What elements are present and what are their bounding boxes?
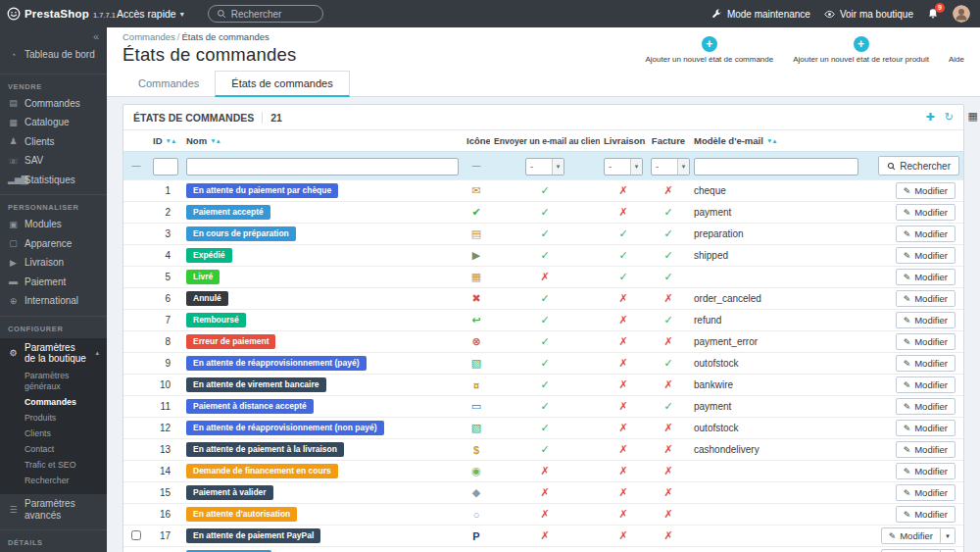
topbar: PrestaShop 1.7.7.1 Accès rapide ▾ Mode m… xyxy=(0,0,980,27)
edit-button[interactable]: ✎Modifier xyxy=(896,333,956,350)
status-badge: En attente de paiement PayPal xyxy=(186,528,320,542)
email-template: outofstock xyxy=(690,353,862,375)
edit-button[interactable]: ✎Modifier xyxy=(896,463,956,479)
sidebar-collapse-button[interactable]: « xyxy=(0,27,107,44)
restock-icon: ▧ xyxy=(471,357,481,369)
cash-icon: $ xyxy=(473,444,479,456)
sidebar-item-parametres-de-la-boutique[interactable]: ⚙Paramètres de la boutique▴ xyxy=(0,338,107,369)
status-id: 15 xyxy=(149,482,182,504)
edit-button[interactable]: ✎Modifier xyxy=(896,312,956,328)
edit-button[interactable]: ✎Modifier xyxy=(896,420,956,436)
filter-name-input[interactable] xyxy=(186,158,459,176)
edit-button[interactable]: ✎Modifier xyxy=(896,506,956,523)
edit-button[interactable]: ✎Modifier xyxy=(896,441,956,458)
avatar[interactable] xyxy=(953,5,970,23)
edit-button[interactable]: ✎Modifier xyxy=(896,290,956,307)
search-input[interactable] xyxy=(231,9,310,20)
edit-button[interactable]: ✎Modifier xyxy=(896,247,956,264)
sidebar-item-apparence[interactable]: ▢Apparence xyxy=(0,234,107,254)
quick-access-menu[interactable]: Accès rapide ▾ xyxy=(117,8,184,20)
email-mark: ✓ xyxy=(540,292,549,304)
column-header-id[interactable]: ID▼▲ xyxy=(149,130,182,152)
table-row: 15Paiement à valider◆✗✗✗✎Modifier xyxy=(123,482,963,504)
toolbar-aide[interactable]: Aide xyxy=(949,36,964,64)
sidebar-item-parametres-avances[interactable]: ☰Paramètres avancés xyxy=(0,494,107,525)
edit-button-label: Modifier xyxy=(914,336,948,347)
edit-dropdown-toggle[interactable]: ▾ xyxy=(941,527,956,544)
sidebar-item-modules[interactable]: ▣Modules xyxy=(0,215,107,234)
cart-icon: ▤ xyxy=(8,98,19,108)
filter-email-select[interactable]: -▾ xyxy=(525,158,564,176)
grid-icon[interactable]: ▦ xyxy=(968,110,978,123)
tab-etats-de-commandes[interactable]: États de commandes xyxy=(215,71,349,97)
email-template xyxy=(690,461,862,482)
tab-commandes[interactable]: Commandes xyxy=(122,71,215,96)
delivery-mark: ✗ xyxy=(618,314,627,326)
column-label: Modèle d'e-mail xyxy=(694,135,763,146)
sidebar-item-tableau-de-bord[interactable]: ◔Tableau de bord xyxy=(0,44,107,69)
sidebar-item-livraison[interactable]: ▶Livraison xyxy=(0,253,107,273)
status-id: 10 xyxy=(149,375,182,396)
sidebar-item-label: Paramètres de la boutique xyxy=(24,342,87,365)
topbar-search[interactable] xyxy=(208,5,323,23)
prestashop-logo[interactable]: PrestaShop 1.7.7.1 xyxy=(0,7,107,21)
table-row: 8Erreur de paiement⊗✓✗✗payment_error✎Mod… xyxy=(123,331,963,353)
sidebar-item-catalogue[interactable]: ▦Catalogue xyxy=(0,113,107,132)
sort-icon[interactable]: ▼▲ xyxy=(210,137,220,144)
filter-template-input[interactable] xyxy=(694,158,858,176)
sort-icon[interactable]: ▼▲ xyxy=(166,137,176,144)
sidebar-subitem-parametres-generaux[interactable]: Paramètres généraux xyxy=(0,369,107,395)
edit-button[interactable]: ✎Modifier xyxy=(896,204,956,221)
maintenance-mode-button[interactable]: Mode maintenance xyxy=(711,9,810,20)
add-icon[interactable]: ✚ xyxy=(926,111,935,124)
edit-button[interactable]: ✎Modifier xyxy=(896,226,956,242)
status-badge: En cours de préparation xyxy=(186,226,296,240)
cheque-icon: ✉ xyxy=(471,184,480,196)
column-header-modele[interactable]: Modèle d'e-mail▼▲ xyxy=(690,130,862,152)
error-icon: ⊗ xyxy=(471,335,480,347)
edit-button-label: Modifier xyxy=(900,530,933,541)
edit-button[interactable]: ✎Modifier xyxy=(896,355,956,372)
edit-button[interactable]: ✎Modifier xyxy=(896,376,956,393)
sidebar-subitem-rechercher[interactable]: Rechercher xyxy=(0,473,107,488)
view-shop-label: Voir ma boutique xyxy=(840,9,913,20)
edit-button[interactable]: ✎Modifier xyxy=(896,484,956,501)
select-value: - xyxy=(605,162,630,172)
sidebar-subitem-trafic-et-seo[interactable]: Trafic et SEO xyxy=(0,457,107,473)
edit-button[interactable]: ✎Modifier xyxy=(881,527,941,544)
view-shop-button[interactable]: Voir ma boutique xyxy=(824,9,913,20)
edit-button[interactable]: ✎Modifier xyxy=(896,398,956,415)
sidebar-item-international[interactable]: ⊕International xyxy=(0,291,107,311)
filter-delivery-select[interactable]: -▾ xyxy=(604,158,643,176)
sidebar-item-label: Catalogue xyxy=(24,117,99,128)
filter-invoice-select[interactable]: -▾ xyxy=(651,158,690,176)
sidebar-subitem-clients[interactable]: Clients xyxy=(0,426,107,441)
notifications-button[interactable]: 9 xyxy=(927,8,939,20)
filter-id-input[interactable] xyxy=(153,158,178,176)
toolbar-ajouter-un-nouvel-etat-de-retour-produit[interactable]: +Ajouter un nouvel état de retour produi… xyxy=(793,36,929,64)
sidebar-subitem-contact[interactable]: Contact xyxy=(0,441,107,457)
delivery-mark: ✗ xyxy=(618,465,627,477)
refresh-icon[interactable]: ↻ xyxy=(945,111,954,124)
row-checkbox[interactable] xyxy=(131,530,141,540)
header-checkbox-cell xyxy=(123,130,149,152)
edit-button-label: Modifier xyxy=(914,509,948,520)
sidebar-subitem-produits[interactable]: Produits xyxy=(0,410,107,426)
edit-button[interactable]: ✎Modifier xyxy=(896,182,956,199)
content: ▦ ÉTATS DE COMMANDES 21 ✚ ↻ ID▼▲ xyxy=(107,97,980,552)
sort-icon[interactable]: ▼▲ xyxy=(766,137,777,144)
sidebar-item-sav[interactable]: ☏SAV xyxy=(0,151,107,171)
toolbar-ajouter-un-nouvel-etat-de-commande[interactable]: +Ajouter un nouvel état de commande xyxy=(645,36,773,64)
sidebar-item-paiement[interactable]: ▬Paiement xyxy=(0,273,107,292)
sidebar-subitem-commandes[interactable]: Commandes xyxy=(0,394,107,410)
sidebar-item-statistiques[interactable]: ▂▅▇Statistiques xyxy=(0,171,107,190)
sidebar-item-commandes[interactable]: ▤Commandes xyxy=(0,94,107,114)
status-id: 13 xyxy=(149,439,182,461)
version-label: 1.7.7.1 xyxy=(93,11,116,20)
edit-button[interactable]: ✎Modifier xyxy=(896,269,956,285)
filter-search-button[interactable]: Rechercher xyxy=(878,156,959,176)
sidebar-item-clients[interactable]: ♟Clients xyxy=(0,132,107,152)
column-header-nom[interactable]: Nom▼▲ xyxy=(182,130,463,152)
breadcrumb-item-etats-de-commandes: États de commandes xyxy=(182,31,270,42)
breadcrumb-item-commandes[interactable]: Commandes xyxy=(122,31,175,42)
